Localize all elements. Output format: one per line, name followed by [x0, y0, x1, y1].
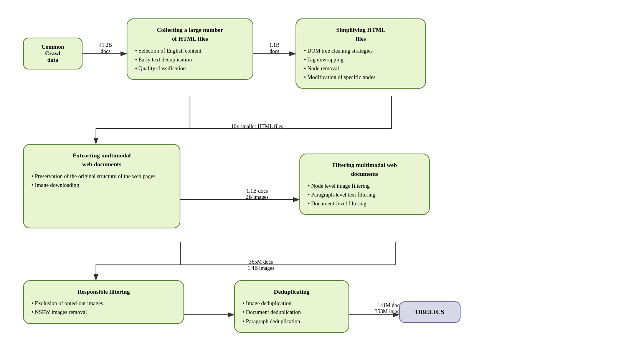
label-11b-1: 1.1B docs: [255, 42, 294, 55]
filtering-multi-title: Filtering multimodal web documents: [308, 160, 421, 178]
collecting-title: Collecting a large number of HTML files: [135, 25, 245, 43]
obelics-title: OBELICS: [415, 308, 444, 316]
responsible-bullet-2: NSFW images removal: [31, 308, 176, 317]
common-crawl-box: Common Crawl data: [23, 38, 83, 69]
responsible-bullets: Exclusion of opted-out images NSFW image…: [31, 299, 176, 317]
extracting-title: Extracting multimodal web documents: [31, 151, 172, 169]
simplifying-title: Simplifying HTML files: [304, 25, 418, 43]
label-365m: 365M docs 1.4B images: [180, 259, 342, 271]
deduplicating-title: Deduplicating: [243, 287, 341, 296]
filtering-multi-bullet-2: Paragraph-level text filtering: [308, 190, 421, 199]
label-11b-2B: 1.1B docs 2B images: [219, 188, 296, 200]
deduplicating-bullet-1: Image deduplication: [243, 299, 341, 308]
filtering-multi-bullet-3: Document-level filtering: [308, 199, 421, 208]
collecting-bullets: Selection of English content Early text …: [135, 46, 245, 73]
filtering-multi-box: Filtering multimodal web documents Node …: [299, 154, 430, 215]
layout: Common Crawl data 41.2B docs Collecting …: [15, 12, 629, 335]
collecting-bullet-2: Early text deduplication: [135, 55, 245, 64]
extracting-bullet-1: Preservation of the original structure o…: [31, 172, 172, 181]
collecting-bullet-3: Quality classification: [135, 64, 245, 73]
responsible-title: Responsible filtering: [31, 287, 176, 296]
filtering-multi-bullet-1: Node level image filtering: [308, 182, 421, 190]
simplifying-bullet-2: Tag unwrapping: [304, 55, 418, 64]
deduplicating-bullets: Image deduplication Document deduplicati…: [243, 299, 341, 326]
extracting-bullet-2: Image downloading: [31, 181, 172, 190]
common-crawl-title: Common Crawl data: [30, 44, 76, 63]
deduplicating-bullet-2: Document deduplication: [243, 308, 341, 317]
responsible-box: Responsible filtering Exclusion of opted…: [23, 280, 184, 324]
simplifying-bullet-1: DOM tree cleaning strategies: [304, 46, 418, 55]
extracting-box: Extracting multimodal web documents Pres…: [23, 144, 180, 228]
simplifying-bullet-3: Node removal: [304, 64, 418, 73]
label-10x: 10x smaller HTML files: [180, 124, 334, 130]
obelics-box: OBELICS: [399, 301, 461, 323]
responsible-bullet-1: Exclusion of opted-out images: [31, 299, 176, 308]
diagram-container: Common Crawl data 41.2B docs Collecting …: [0, 0, 644, 347]
simplifying-bullets: DOM tree cleaning strategies Tag unwrapp…: [304, 46, 418, 82]
filtering-multi-bullets: Node level image filtering Paragraph-lev…: [308, 182, 421, 208]
deduplicating-bullet-3: Paragraph deduplication: [243, 317, 341, 326]
extracting-bullets: Preservation of the original structure o…: [31, 172, 172, 190]
collecting-box: Collecting a large number of HTML files …: [127, 18, 253, 80]
collecting-bullet-1: Selection of English content: [135, 46, 245, 55]
deduplicating-box: Deduplicating Image deduplication Docume…: [234, 280, 349, 333]
label-41b: 41.2B docs: [86, 42, 125, 55]
simplifying-box: Simplifying HTML files DOM tree cleaning…: [296, 18, 426, 89]
simplifying-bullet-4: Modification of specific nodes: [304, 73, 418, 82]
